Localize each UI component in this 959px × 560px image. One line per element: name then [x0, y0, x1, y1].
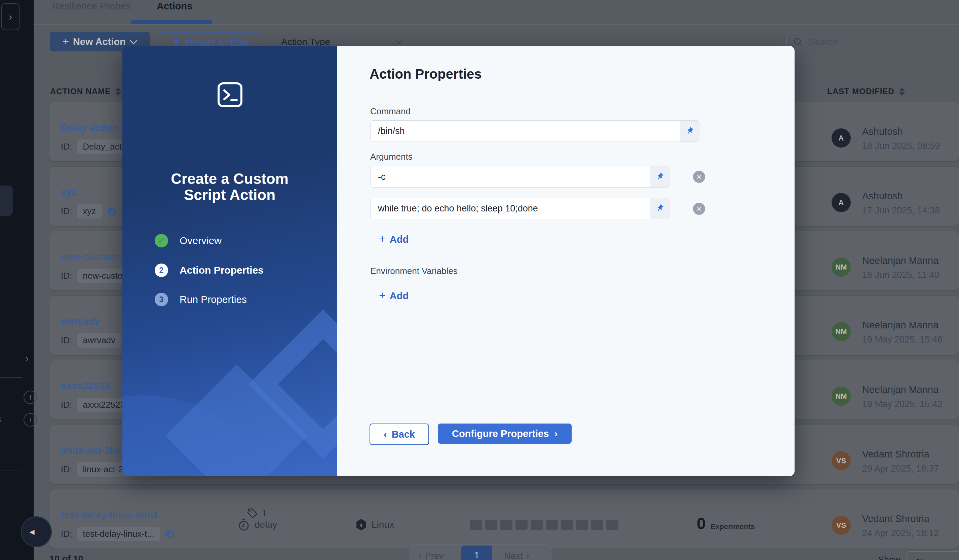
chevron-left-icon: ‹: [384, 429, 387, 440]
step-overview[interactable]: ✓ Overview: [155, 234, 221, 247]
command-label: Command: [370, 106, 411, 117]
argument-field: [370, 166, 669, 188]
argument-field: [370, 198, 669, 219]
terminal-icon: [217, 82, 243, 109]
configure-properties-button[interactable]: Configure Properties ›: [438, 423, 572, 444]
command-field: [370, 120, 699, 142]
pin-icon[interactable]: [650, 166, 669, 187]
step-done-check-icon: ✓: [155, 234, 168, 247]
command-input[interactable]: [371, 126, 680, 137]
app-window: › › i s i ◀ Resilience Probes Actions + …: [0, 0, 959, 560]
wizard-panel: Create a Custom Script Action ✓ Overview…: [123, 46, 337, 476]
pin-icon[interactable]: [680, 121, 699, 142]
step-action-properties[interactable]: 2 Action Properties: [155, 264, 264, 277]
argument-input-1[interactable]: [371, 172, 650, 182]
chevron-right-icon: ›: [554, 428, 558, 439]
panel-heading: Action Properties: [370, 67, 481, 82]
arguments-label: Arguments: [370, 151, 413, 162]
plus-icon: +: [379, 289, 386, 302]
remove-argument-icon[interactable]: ×: [693, 203, 705, 215]
environment-variables-label: Environment Variables: [370, 266, 458, 276]
step-number-badge: 3: [155, 293, 168, 306]
step-run-properties[interactable]: 3 Run Properties: [155, 293, 247, 306]
step-number-badge: 2: [155, 264, 168, 277]
pin-icon[interactable]: [650, 198, 669, 219]
add-env-var-button[interactable]: + Add: [379, 290, 409, 302]
back-button[interactable]: ‹ Back: [370, 423, 429, 445]
argument-input-2[interactable]: [371, 204, 650, 214]
action-properties-panel: × Action Properties Command Arguments ×: [337, 46, 795, 476]
wizard-title: Create a Custom Script Action: [151, 171, 309, 203]
add-argument-button[interactable]: + Add: [379, 233, 409, 245]
remove-argument-icon[interactable]: ×: [693, 171, 705, 183]
create-custom-script-action-modal: Create a Custom Script Action ✓ Overview…: [123, 46, 795, 476]
plus-icon: +: [379, 232, 386, 245]
